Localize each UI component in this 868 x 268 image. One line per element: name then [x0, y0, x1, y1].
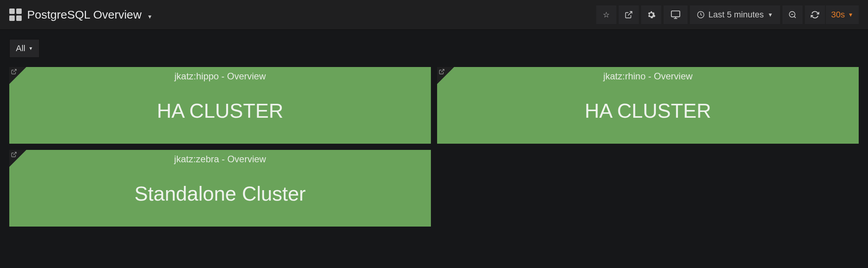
filter-value: All — [16, 43, 25, 53]
svg-line-9 — [441, 69, 444, 72]
chevron-down-icon: ▼ — [768, 12, 773, 18]
chevron-down-icon: ▼ — [848, 12, 853, 18]
refresh-button[interactable] — [805, 5, 825, 24]
star-button[interactable]: ☆ — [596, 5, 616, 24]
panel-zebra[interactable]: jkatz:zebra - Overview Standalone Cluste… — [9, 150, 431, 227]
panel-hippo[interactable]: jkatz:hippo - Overview HA CLUSTER — [9, 67, 431, 144]
svg-rect-1 — [671, 11, 680, 17]
refresh-interval-picker[interactable]: 30s ▼ — [826, 5, 859, 24]
content-area: All ▼ jkatz:hippo - Overview HA CLUSTER … — [0, 30, 868, 236]
title-section[interactable]: PostgreSQL Overview ▼ — [9, 8, 153, 21]
filter-row: All ▼ — [9, 39, 859, 58]
toolbar: ☆ Last 5 minutes — [596, 5, 859, 24]
top-bar: PostgreSQL Overview ▼ ☆ — [0, 0, 868, 30]
external-link-icon[interactable] — [11, 69, 17, 75]
svg-line-0 — [628, 12, 632, 15]
refresh-icon — [811, 10, 819, 19]
svg-line-8 — [14, 69, 16, 72]
zoom-out-icon — [788, 10, 797, 19]
panel-value: HA CLUSTER — [585, 78, 711, 144]
share-button[interactable] — [619, 5, 639, 24]
panel-rhino[interactable]: jkatz:rhino - Overview HA CLUSTER — [437, 67, 859, 144]
refresh-group: 30s ▼ — [805, 5, 859, 24]
zoom-out-button[interactable] — [782, 5, 803, 24]
refresh-interval-label: 30s — [831, 10, 845, 20]
star-icon: ☆ — [603, 10, 610, 19]
svg-line-6 — [794, 16, 796, 18]
external-link-icon[interactable] — [439, 69, 445, 75]
external-link-icon[interactable] — [11, 151, 17, 158]
dashboard-icon — [9, 9, 22, 21]
tv-mode-button[interactable] — [664, 5, 688, 24]
gear-icon — [647, 10, 656, 19]
chevron-down-icon: ▼ — [28, 46, 33, 51]
svg-line-10 — [14, 152, 16, 155]
panel-value: Standalone Cluster — [134, 161, 305, 227]
page-title: PostgreSQL Overview ▼ — [27, 8, 153, 21]
time-range-label: Last 5 minutes — [708, 10, 764, 20]
monitor-icon — [671, 10, 681, 20]
page-title-text: PostgreSQL Overview — [27, 8, 142, 21]
time-range-picker[interactable]: Last 5 minutes ▼ — [690, 5, 780, 24]
share-icon — [624, 10, 633, 19]
clock-icon — [697, 11, 705, 19]
chevron-down-icon[interactable]: ▼ — [147, 14, 153, 20]
settings-button[interactable] — [641, 5, 661, 24]
panel-value: HA CLUSTER — [157, 78, 283, 144]
panels-grid: jkatz:hippo - Overview HA CLUSTER jkatz:… — [9, 67, 859, 227]
filter-dropdown[interactable]: All ▼ — [9, 39, 39, 58]
